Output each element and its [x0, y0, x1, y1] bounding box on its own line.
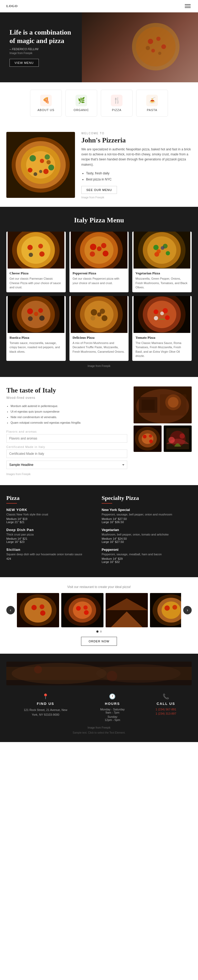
svg-point-83	[168, 397, 179, 407]
svg-point-99	[32, 605, 37, 610]
hero-section: Life is a combination of magic and pizza…	[0, 13, 198, 82]
svg-point-27	[38, 244, 43, 248]
icon-card-pasta[interactable]: 🍝 PASTA	[136, 90, 168, 116]
menu-item-deepdish-desc: Thick crust pan pizza	[6, 532, 96, 537]
menu-card-tomato[interactable]: Tomato Pizza The Classic Marinara Sauce,…	[132, 296, 192, 361]
menu-card-vegetarian[interactable]: Vegetarian Pizza Mozzarella, Green Peppe…	[132, 232, 192, 292]
svg-point-119	[172, 605, 177, 609]
order-now-button[interactable]: ORDER NOW	[81, 637, 117, 646]
menu-item-pep-prices: Medium 14" $29 Large 16" $32	[102, 557, 192, 563]
menu-card-delicious[interactable]: Delicious Pizza A mix of Porcini Mushroo…	[69, 296, 129, 361]
svg-point-71	[154, 309, 158, 314]
welcome-title: John's Pizzeria	[81, 136, 192, 144]
welcome-label: WELCOME TO	[81, 132, 192, 135]
svg-point-16	[28, 168, 32, 172]
carousel-img-2	[61, 593, 104, 627]
svg-point-34	[90, 244, 96, 250]
menu-card-img-cheese	[6, 232, 66, 269]
svg-point-29	[29, 253, 33, 257]
menu-grid: Cheese Pizza Get our classic Parmesan Cl…	[6, 232, 192, 361]
menu-card-cheese[interactable]: Cheese Pizza Get our classic Parmesan Cl…	[6, 232, 66, 292]
certified-label: Certificated Made in Italy	[6, 445, 127, 449]
see-menu-button[interactable]: SEE OUR MENU	[81, 186, 117, 194]
menu-card-title-tomato: Tomato Pizza	[136, 336, 188, 340]
carousel-dot-1[interactable]	[96, 630, 99, 633]
svg-point-25	[21, 236, 50, 264]
welcome-image	[6, 132, 75, 198]
footer-img-credit: Image from Freepik	[6, 726, 192, 729]
footer-bg-image	[6, 662, 192, 685]
menu-card-desc-rustica: Tomato sauce, mozzarella, sausage, crisp…	[10, 341, 62, 354]
call-us-phone2[interactable]: 1 (234) 313-897	[155, 712, 176, 715]
pizza-icon: 🍴	[111, 95, 123, 106]
taste-bullet-4: Quam volutpat commodo sed egestas egesta…	[11, 420, 127, 425]
menu-item-nyspecial-prices: Medium 14" $27.50 Large 16" $36.50	[102, 517, 192, 523]
menu-right-title: Specialty Pizza	[102, 495, 192, 501]
certified-input[interactable]	[6, 450, 127, 458]
menu-item-sicilian-desc: Square deep dish with our housemade onio…	[6, 552, 96, 557]
welcome-img-credit: Image from Freepik	[81, 196, 192, 199]
headline-select[interactable]: Sample Headline	[6, 461, 127, 469]
hamburger-button[interactable]	[184, 3, 192, 9]
svg-point-14	[45, 154, 50, 160]
icon-card-organic[interactable]: 🌿 ORGANIC	[65, 90, 97, 116]
taste-bullet-3: Nide nisl condimentum id venenatis.	[11, 414, 127, 420]
svg-point-89	[149, 434, 152, 438]
view-menu-button[interactable]: VIEW MENU	[10, 59, 39, 67]
svg-point-48	[156, 249, 161, 253]
hours-sunday-time: 12pm - 5pm	[100, 718, 125, 721]
carousel-dot-2[interactable]	[100, 630, 102, 633]
svg-point-65	[90, 316, 95, 320]
svg-point-57	[34, 312, 38, 316]
menu-item-veg-name: Vegetarian	[102, 528, 192, 532]
hours-weekday-time: 9am - 7pm	[100, 711, 125, 714]
order-btn-wrap: ORDER NOW	[6, 637, 192, 646]
svg-point-88	[143, 435, 147, 438]
menu-left-title: Pizza	[6, 495, 96, 501]
menu-item-deepdish-name: Deep Dish Pan	[6, 528, 96, 532]
svg-point-98	[24, 598, 52, 622]
svg-point-107	[83, 605, 88, 609]
hamburger-line-3	[185, 7, 191, 8]
svg-point-90	[149, 439, 153, 443]
call-us-phone1[interactable]: 1 (234) 567-891	[155, 708, 176, 711]
menu-item-nyspecial-desc: Pepperoni, sausage, bell pepper, onion a…	[102, 512, 192, 517]
menu-item-deepdish-prices: Medium 14" $21 Large 16" $23	[6, 537, 96, 543]
svg-point-7	[158, 52, 161, 55]
svg-point-73	[165, 315, 170, 320]
pizza-label: PIZZA	[112, 108, 121, 111]
svg-point-53	[27, 309, 33, 314]
svg-point-37	[89, 251, 95, 257]
menu-img-credit: Image from Freepik	[6, 364, 192, 368]
menu-left-divider	[6, 503, 17, 504]
flavors-input[interactable]	[6, 434, 127, 443]
pasta-label: PASTA	[147, 108, 157, 111]
taste-bullets: Mordum adit autenid in pellentesque. Ut …	[6, 403, 127, 425]
menu-right-col: Specialty Pizza New York Special Peppero…	[102, 495, 192, 568]
find-us-address: 121 Rock Street, 21 Avenue, New York, NY…	[22, 708, 69, 717]
find-us-title: FIND US	[22, 702, 69, 706]
carousel-next-button[interactable]: ›	[183, 606, 192, 614]
carousel-prev-button[interactable]: ‹	[6, 606, 15, 614]
svg-point-125	[107, 671, 117, 681]
icon-card-about-us[interactable]: 🍕 ABOUT US	[30, 90, 62, 116]
menu-card-rustica[interactable]: Rustica Pizza Tomato sauce, mozzarella, …	[6, 296, 66, 361]
menu-item-pep-desc: Pepperoni, sausage, meatball, ham and ba…	[102, 552, 192, 557]
menu-card-desc-tomato: The Classic Marinara Sauce, Roma Tomatoe…	[136, 341, 188, 358]
svg-point-5	[151, 49, 155, 52]
menu-item-nyspecial-name: New York Special	[102, 508, 192, 512]
icon-card-pizza[interactable]: 🍴 PIZZA	[101, 90, 133, 116]
menu-card-pepperoni[interactable]: Pepperoni Pizza Get our classic Pepperon…	[69, 232, 129, 292]
menu-card-img-vegetarian	[132, 232, 192, 269]
menu-card-body-rustica: Rustica Pizza Tomato sauce, mozzarella, …	[6, 333, 66, 356]
menu-card-body-cheese: Cheese Pizza Get our classic Parmesan Cl…	[6, 269, 66, 292]
menu-item-newyork-name: NEW YORK	[6, 508, 96, 512]
hero-img-credit: Image from Freepik	[10, 52, 75, 55]
hours-title: HOURS	[100, 702, 125, 706]
welcome-bullet-2: Best pizza in NYC	[86, 177, 192, 183]
menu-card-body-vegetarian: Vegetarian Pizza Mozzarella, Green Peppe…	[132, 269, 192, 292]
svg-point-74	[154, 316, 158, 320]
svg-point-38	[97, 247, 101, 251]
navbar: logo	[0, 0, 198, 13]
welcome-text: WELCOME TO John's Pizzeria We are specia…	[81, 132, 192, 199]
